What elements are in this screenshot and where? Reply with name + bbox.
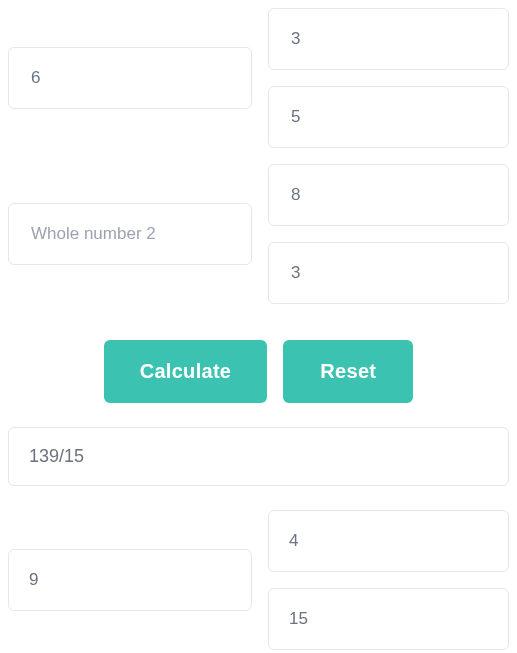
fraction-1-col	[268, 8, 509, 148]
result-denominator-value: 15	[289, 609, 308, 629]
result-whole-field: 9	[8, 549, 252, 611]
whole-1-input[interactable]	[29, 67, 231, 89]
denominator-2-field[interactable]	[268, 242, 509, 304]
reset-button[interactable]: Reset	[283, 340, 413, 403]
result-numerator-value: 4	[289, 531, 298, 551]
result-whole-col: 9	[8, 510, 252, 650]
button-row: Calculate Reset	[8, 340, 509, 403]
numerator-1-field[interactable]	[268, 8, 509, 70]
result-denominator-field: 15	[268, 588, 509, 650]
denominator-1-field[interactable]	[268, 86, 509, 148]
whole-1-col	[8, 8, 252, 148]
result-fraction-col: 4 15	[268, 510, 509, 650]
result-whole-value: 9	[29, 570, 38, 590]
input-row-2	[8, 164, 509, 304]
whole-1-field[interactable]	[8, 47, 252, 109]
numerator-2-input[interactable]	[289, 184, 488, 206]
numerator-1-input[interactable]	[289, 28, 488, 50]
whole-2-input[interactable]	[29, 223, 231, 245]
denominator-2-input[interactable]	[289, 262, 488, 284]
input-row-1	[8, 8, 509, 148]
whole-2-col	[8, 164, 252, 304]
numerator-2-field[interactable]	[268, 164, 509, 226]
result-numerator-field: 4	[268, 510, 509, 572]
calculate-button[interactable]: Calculate	[104, 340, 268, 403]
result-mixed-row: 9 4 15	[8, 510, 509, 650]
result-improper: 139/15	[8, 427, 509, 486]
fraction-2-col	[268, 164, 509, 304]
whole-2-field[interactable]	[8, 203, 252, 265]
denominator-1-input[interactable]	[289, 106, 488, 128]
